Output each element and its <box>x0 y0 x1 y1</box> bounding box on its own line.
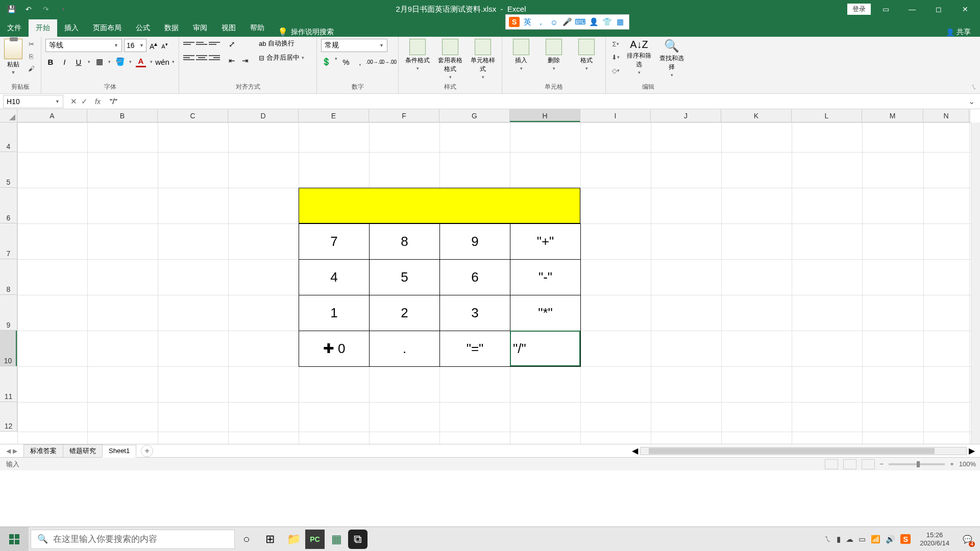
increase-indent-icon[interactable]: ⇥ <box>239 55 251 66</box>
column-header-J[interactable]: J <box>651 109 721 122</box>
column-header-I[interactable]: I <box>580 109 651 122</box>
grow-font-icon[interactable]: A▴ <box>149 40 158 51</box>
add-sheet-button[interactable]: + <box>141 445 153 457</box>
font-color-icon[interactable]: A <box>136 56 146 67</box>
column-header-L[interactable]: L <box>792 109 862 122</box>
column-header-E[interactable]: E <box>299 109 369 122</box>
wrap-text-button[interactable]: ab自动换行 <box>259 39 304 48</box>
underline-button[interactable]: U <box>74 56 84 67</box>
column-header-H[interactable]: H <box>510 109 580 122</box>
tab-公式[interactable]: 公式 <box>129 19 157 37</box>
hscroll-left-icon[interactable]: ◀ <box>630 446 640 456</box>
row-header-7[interactable]: 7 <box>0 223 17 259</box>
tray-chevron-icon[interactable]: ㄟ <box>824 534 831 544</box>
formula-bar-input[interactable]: "/" <box>106 97 121 106</box>
phonetic-icon[interactable]: wén <box>157 56 168 67</box>
pycharm-icon[interactable]: PC <box>305 530 325 549</box>
increase-decimal-icon[interactable]: .00→.0 <box>369 56 380 67</box>
cut-icon[interactable]: ✂ <box>26 39 37 49</box>
maximize-icon[interactable]: ◻ <box>927 0 950 18</box>
align-center-icon[interactable] <box>196 53 207 62</box>
sheet-tab-标准答案[interactable]: 标准答案 <box>23 444 63 457</box>
sheet-nav-prev-icon[interactable]: ◀ <box>6 447 11 455</box>
qat-dropdown[interactable]: ▼ <box>56 2 70 16</box>
cortana-icon[interactable]: ○ <box>235 527 258 552</box>
clear-icon[interactable]: ◇ ▾ <box>610 65 621 76</box>
cell[interactable]: "=" <box>440 331 510 367</box>
insert-cells-button[interactable]: 插入▾ <box>506 39 536 71</box>
column-header-D[interactable]: D <box>228 109 299 122</box>
column-header-C[interactable]: C <box>158 109 228 122</box>
cell[interactable]: 6 <box>440 260 510 295</box>
cell[interactable]: 8 <box>370 224 440 260</box>
fill-icon[interactable]: ⬇ ▾ <box>610 52 621 62</box>
tray-volume-icon[interactable]: 🔊 <box>886 535 895 544</box>
row-headers[interactable]: 456789101112 <box>0 122 17 432</box>
page-break-view-icon[interactable] <box>862 459 875 469</box>
sort-filter-button[interactable]: A↓Z排序和筛选▾ <box>624 39 654 75</box>
cells-area[interactable]: 789"+"456"-"123"*"✚ 0."=" <box>17 122 971 444</box>
column-header-K[interactable]: K <box>721 109 792 122</box>
italic-button[interactable]: I <box>60 56 70 67</box>
align-top-icon[interactable] <box>183 39 194 48</box>
tab-视图[interactable]: 视图 <box>214 19 243 37</box>
column-header-A[interactable]: A <box>17 109 87 122</box>
cell[interactable]: 1 <box>299 295 370 331</box>
taskbar-search[interactable]: 🔍 在这里输入你要搜索的内容 <box>31 530 235 549</box>
row-header-12[interactable]: 12 <box>0 402 17 432</box>
tab-插入[interactable]: 插入 <box>57 19 86 37</box>
system-tray[interactable]: ㄟ ▮ ☁ ▭ 📶 🔊 S 15:262020/6/14 💬4 <box>820 531 980 548</box>
tell-me-search[interactable]: 💡操作说明搜索 <box>272 27 340 37</box>
format-cells-button[interactable]: 格式▾ <box>572 39 601 71</box>
excel-taskbar-icon[interactable]: ▦ <box>325 527 348 552</box>
find-select-button[interactable]: 🔍查找和选择▾ <box>657 39 687 78</box>
cell-editor-input[interactable] <box>511 332 579 365</box>
enter-formula-icon[interactable]: ✓ <box>81 97 88 106</box>
cell[interactable]: 9 <box>440 224 510 260</box>
align-middle-icon[interactable] <box>196 39 207 48</box>
ime-keyboard-icon[interactable]: ⌨ <box>575 16 586 28</box>
align-left-icon[interactable] <box>183 53 194 62</box>
format-painter-icon[interactable]: 🖌 <box>26 63 37 73</box>
fx-icon[interactable]: fx <box>95 97 106 106</box>
hscroll-right-icon[interactable]: ▶ <box>967 446 977 456</box>
worksheet-grid[interactable]: ABCDEFGHIJKLMN 456789101112 789"+"456"-"… <box>0 109 980 444</box>
normal-view-icon[interactable] <box>825 459 838 469</box>
cell[interactable]: ✚ 0 <box>299 331 370 367</box>
zoom-level[interactable]: 100% <box>959 460 976 468</box>
row-header-10[interactable]: 10 <box>0 331 17 366</box>
column-headers[interactable]: ABCDEFGHIJKLMN <box>17 109 971 122</box>
active-cell[interactable] <box>510 331 580 366</box>
sheet-tab-Sheet1[interactable]: Sheet1 <box>102 445 136 458</box>
close-icon[interactable]: ✕ <box>953 0 977 18</box>
sheet-nav-next-icon[interactable]: ▶ <box>13 447 17 455</box>
tray-battery-icon[interactable]: ▭ <box>859 535 866 544</box>
currency-icon[interactable]: 💲 <box>321 56 332 67</box>
ime-shirt-icon[interactable]: 👕 <box>601 16 612 28</box>
tray-wifi-icon[interactable]: 📶 <box>871 535 880 544</box>
horizontal-scrollbar[interactable] <box>640 447 967 455</box>
font-size-select[interactable]: 16▼ <box>124 39 146 52</box>
sheet-tab-错题研究[interactable]: 错题研究 <box>63 444 103 457</box>
task-view-icon[interactable]: ⊞ <box>258 527 282 552</box>
sogou-icon[interactable]: S <box>509 17 520 27</box>
cell[interactable]: . <box>370 331 440 367</box>
row-header-5[interactable]: 5 <box>0 152 17 188</box>
font-name-select[interactable]: 等线▼ <box>45 39 122 52</box>
bold-button[interactable]: B <box>45 56 56 67</box>
select-all-button[interactable] <box>0 109 17 122</box>
row-header-11[interactable]: 11 <box>0 366 17 402</box>
autosum-icon[interactable]: Σ ▾ <box>610 39 621 49</box>
tray-sync-icon[interactable]: ☁ <box>846 535 853 544</box>
conditional-format-button[interactable]: 条件格式▾ <box>403 39 432 71</box>
column-header-N[interactable]: N <box>923 109 969 122</box>
login-button[interactable]: 登录 <box>847 4 871 15</box>
redo-icon[interactable]: ↷ <box>39 2 53 16</box>
merge-center-button[interactable]: ⊟合并后居中▾ <box>259 53 304 62</box>
tray-ime-icon[interactable]: S <box>900 534 911 544</box>
undo-icon[interactable]: ↶ <box>21 2 36 16</box>
column-header-G[interactable]: G <box>439 109 510 122</box>
cell[interactable]: "+" <box>510 224 581 260</box>
zoom-in-icon[interactable]: + <box>950 460 954 468</box>
tab-文件[interactable]: 文件 <box>0 19 29 37</box>
